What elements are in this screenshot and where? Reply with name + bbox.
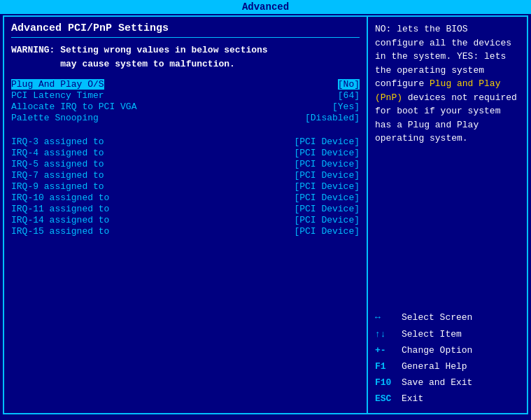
left-panel: Advanced PCI/PnP Settings WARNING: Setti… [4,17,368,413]
nav-row-esc: ESC Exit [375,391,520,407]
irq-15-row[interactable]: IRQ-15 assigned to [PCI Device] [11,226,360,237]
irq-3-value: [PCI Device] [294,136,360,147]
divider [11,37,360,38]
irq-7-label: IRQ-7 assigned to [11,170,104,181]
irq-9-row[interactable]: IRQ-9 assigned to [PCI Device] [11,181,360,192]
irq-11-row[interactable]: IRQ-11 assigned to [PCI Device] [11,204,360,214]
irq-14-label: IRQ-14 assigned to [11,215,109,225]
pci-latency-value: [64] [338,90,360,101]
main-border: Advanced PCI/PnP Settings WARNING: Setti… [3,15,528,414]
irq-11-value: [PCI Device] [294,204,360,214]
nav-key-screen: ↔ [375,310,397,326]
nav-row-change: +- Change Option [375,343,520,358]
irq-10-value: [PCI Device] [294,192,360,203]
irq-5-value: [PCI Device] [294,159,360,169]
nav-desc-help: General Help [402,359,467,374]
plug-play-value: [No] [338,79,360,90]
irq-section: IRQ-3 assigned to [PCI Device] IRQ-4 ass… [11,136,360,237]
help-text: NO: lets the BIOS configure all the devi… [375,22,520,300]
settings-row-plug-play[interactable]: Plug And Play O/S [No] [11,79,360,90]
warning-text: WARNING: Setting wrong values in below s… [11,43,360,71]
nav-desc-esc: Exit [402,391,423,407]
nav-row-help: F1 General Help [375,359,520,374]
nav-key-esc: ESC [375,391,397,407]
irq-4-label: IRQ-4 assigned to [11,148,104,158]
irq-3-row[interactable]: IRQ-3 assigned to [PCI Device] [11,136,360,147]
irq-9-value: [PCI Device] [294,181,360,192]
nav-row-item: ↑↓ Select Item [375,327,520,342]
irq-11-label: IRQ-11 assigned to [11,204,109,214]
irq-3-label: IRQ-3 assigned to [11,136,104,147]
palette-value: [Disabled] [305,113,360,123]
irq-14-row[interactable]: IRQ-14 assigned to [PCI Device] [11,215,360,225]
irq-7-row[interactable]: IRQ-7 assigned to [PCI Device] [11,170,360,181]
settings-table: Plug And Play O/S [No] PCI Latency Timer… [11,79,360,124]
irq-4-value: [PCI Device] [294,148,360,158]
nav-key-help: F1 [375,359,397,374]
irq-10-row[interactable]: IRQ-10 assigned to [PCI Device] [11,192,360,203]
allocate-irq-label: Allocate IRQ to PCI VGA [11,102,136,112]
irq-5-label: IRQ-5 assigned to [11,159,104,169]
title-bar: Advanced [0,0,531,14]
irq-5-row[interactable]: IRQ-5 assigned to [PCI Device] [11,159,360,169]
nav-desc-save: Save and Exit [402,375,472,391]
nav-key-save: F10 [375,375,397,391]
pci-latency-label: PCI Latency Timer [11,90,104,101]
nav-row-screen: ↔ Select Screen [375,310,520,326]
nav-desc-screen: Select Screen [402,310,472,326]
settings-row-pci-latency[interactable]: PCI Latency Timer [64] [11,90,360,101]
main-content: Advanced PCI/PnP Settings WARNING: Setti… [4,17,527,413]
irq-14-value: [PCI Device] [294,215,360,225]
nav-key-change: +- [375,343,397,358]
irq-7-value: [PCI Device] [294,170,360,181]
irq-10-label: IRQ-10 assigned to [11,192,109,203]
irq-15-label: IRQ-15 assigned to [11,226,109,237]
irq-9-label: IRQ-9 assigned to [11,181,104,192]
nav-desc-item: Select Item [402,327,462,342]
nav-desc-change: Change Option [402,343,472,358]
section-title: Advanced PCI/PnP Settings [11,22,360,34]
nav-key-item: ↑↓ [375,327,397,342]
palette-label: Palette Snooping [11,113,99,123]
highlight-plug: Plug and Play (PnP) [375,78,500,103]
nav-help: ↔ Select Screen ↑↓ Select Item +- Change… [375,310,520,407]
irq-4-row[interactable]: IRQ-4 assigned to [PCI Device] [11,148,360,158]
right-panel: NO: lets the BIOS configure all the devi… [368,17,527,413]
irq-15-value: [PCI Device] [294,226,360,237]
settings-row-palette[interactable]: Palette Snooping [Disabled] [11,113,360,123]
nav-row-save: F10 Save and Exit [375,375,520,391]
settings-row-allocate-irq[interactable]: Allocate IRQ to PCI VGA [Yes] [11,102,360,112]
plug-play-label: Plug And Play O/S [11,79,104,90]
title-bar-label: Advanced [242,1,289,13]
allocate-irq-value: [Yes] [332,102,360,112]
